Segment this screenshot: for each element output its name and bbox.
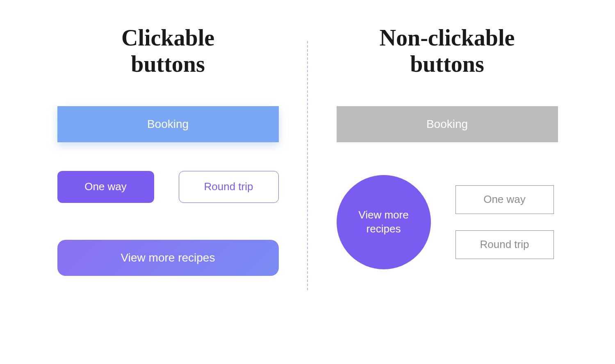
- diagram-container: Clickable buttons Booking One way Round …: [0, 0, 615, 364]
- oneway-button-label: One way: [84, 180, 127, 193]
- clickable-heading-line2: buttons: [131, 51, 205, 77]
- booking-button-label: Booking: [147, 118, 189, 131]
- nonclickable-heading-line2: buttons: [410, 51, 484, 77]
- nonclickable-stack: One way Round trip: [456, 185, 558, 259]
- booking-disabled-label: Booking: [426, 118, 468, 131]
- nonclickable-heading-line1: Non-clickable: [380, 25, 515, 50]
- viewmore-button-label: View more recipes: [121, 251, 215, 264]
- trip-segment-row: One way Round trip: [57, 171, 279, 203]
- roundtrip-button[interactable]: Round trip: [179, 171, 279, 203]
- viewmore-button[interactable]: View more recipes: [57, 240, 279, 276]
- clickable-heading-line1: Clickable: [121, 25, 214, 50]
- viewmore-circle: View more recipes: [337, 175, 431, 269]
- clickable-heading: Clickable buttons: [121, 25, 214, 77]
- nonclickable-column: Non-clickable buttons Booking View more …: [308, 25, 586, 323]
- booking-button-disabled: Booking: [337, 106, 558, 142]
- booking-button[interactable]: Booking: [57, 106, 279, 142]
- oneway-disabled-label: One way: [483, 193, 526, 206]
- oneway-button[interactable]: One way: [57, 171, 154, 203]
- roundtrip-button-disabled: Round trip: [456, 230, 554, 259]
- roundtrip-disabled-label: Round trip: [480, 238, 529, 251]
- nonclickable-row: View more recipes One way Round trip: [337, 175, 558, 269]
- nonclickable-heading: Non-clickable buttons: [380, 25, 515, 77]
- viewmore-circle-label: View more recipes: [358, 208, 408, 236]
- clickable-column: Clickable buttons Booking One way Round …: [29, 25, 307, 323]
- roundtrip-button-label: Round trip: [204, 180, 253, 193]
- oneway-button-disabled: One way: [456, 185, 554, 214]
